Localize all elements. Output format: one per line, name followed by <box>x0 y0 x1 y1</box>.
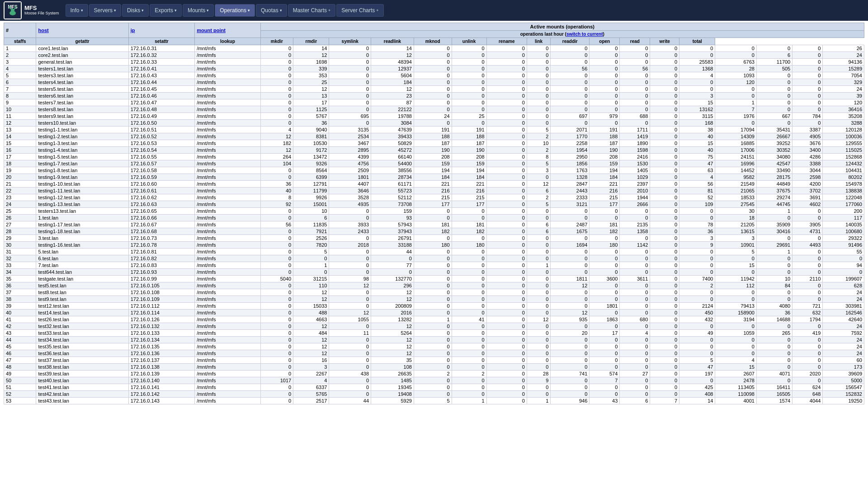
table-wrapper: # host ip mount point Active mounts (ope… <box>4 23 864 404</box>
cell-value: 35431 <box>756 127 792 133</box>
cell-mount: /mnt/mfs <box>195 194 260 201</box>
cell-host: test26.test.lan <box>36 316 128 323</box>
table-row: 15testing1-3.test.lan172.16.0.53/mnt/mfs… <box>4 140 864 147</box>
nav-master-charts[interactable]: Master Charts + <box>288 4 336 17</box>
cell-value: 0 <box>414 330 452 337</box>
ip-sort-link[interactable]: ip <box>131 28 135 33</box>
cell-value: 0 <box>486 106 527 113</box>
cell-value: 0 <box>756 337 792 343</box>
cell-value: 0 <box>679 323 715 330</box>
cell-value: 3115 <box>679 113 715 120</box>
cell-value: 19408 <box>371 391 414 398</box>
cell-value: 16885 <box>715 140 757 147</box>
cell-value: 24 <box>823 86 864 93</box>
cell-value: 0 <box>756 86 792 93</box>
cell-value: 3600 <box>590 276 620 282</box>
host-sort-link[interactable]: host <box>38 28 48 33</box>
cell-mount: /mnt/mfs <box>195 316 260 323</box>
switch-to-current-link[interactable]: switch to current <box>566 32 603 37</box>
cell-value: 2509 <box>329 167 371 174</box>
cell-value: 208 <box>452 154 486 160</box>
table-row: 9testers7.test.lan172.16.0.47/mnt/mfs017… <box>4 99 864 106</box>
cell-value: 6337 <box>293 384 329 391</box>
cell-value: 120 <box>823 99 864 106</box>
cell-ip: 172.16.0.132 <box>128 323 195 330</box>
cell-host: testing1-11.test.lan <box>36 188 128 194</box>
table-row: 293.test.lan172.16.0.73/mnt/mfs025260267… <box>4 235 864 242</box>
cell-value: 9172 <box>293 147 329 154</box>
nav-servers[interactable]: Servers ▾ <box>89 4 121 17</box>
cell-value: 0 <box>486 242 527 249</box>
cell-value: 3528 <box>329 194 371 201</box>
cell-value: 6 <box>527 228 551 235</box>
cell-ip: 172.16.0.53 <box>128 140 195 147</box>
cell-value: 0 <box>823 269 864 276</box>
nav-quotas[interactable]: Quotas ▾ <box>256 4 287 17</box>
nav-disks[interactable]: Disks ▾ <box>122 4 149 17</box>
cell-value: 0 <box>527 330 551 337</box>
cell-value: 100036 <box>823 133 864 140</box>
cell-num: 18 <box>4 160 36 167</box>
cell-value: 0 <box>452 357 486 364</box>
table-row: 47test37.test.lan172.16.0.137/mnt/mfs016… <box>4 357 864 364</box>
cell-value: 0 <box>650 249 679 255</box>
cell-ip: 172.16.0.48 <box>128 106 195 113</box>
cell-num: 29 <box>4 235 36 242</box>
cell-value: 35909 <box>756 221 792 228</box>
table-row: 326.test.lan172.16.0.82/mnt/mfs000000000… <box>4 255 864 262</box>
cell-value: 98 <box>329 276 371 282</box>
cell-mount: /mnt/mfs <box>195 384 260 391</box>
cell-value: 0 <box>414 86 452 93</box>
cell-value: 0 <box>590 99 620 106</box>
cell-ip: 172.16.0.137 <box>128 357 195 364</box>
cell-value: 4071 <box>756 371 792 377</box>
nav-exports[interactable]: Exports ▾ <box>150 4 182 17</box>
nav-info[interactable]: Info ▾ <box>66 4 88 17</box>
cell-value: 667 <box>756 113 792 120</box>
table-row: 21testing1-10.test.lan172.16.0.60/mnt/mf… <box>4 181 864 188</box>
nav-mounts[interactable]: Mounts ▾ <box>183 4 214 17</box>
cell-value: 3691 <box>793 194 823 201</box>
cell-value: 221 <box>414 181 452 188</box>
cell-mount: /mnt/mfs <box>195 357 260 364</box>
table-row: 5testers3.test.lan172.16.0.43/mnt/mfs035… <box>4 72 864 79</box>
nav-server-charts[interactable]: Server Charts + <box>336 4 383 17</box>
cell-host: testers4.test.lan <box>36 79 128 86</box>
cell-value: 12 <box>371 337 414 343</box>
mount-sort-link[interactable]: mount point <box>197 28 226 33</box>
table-row: 25testers13.test.lan172.16.0.65/mnt/mfs0… <box>4 208 864 215</box>
cell-value: 0 <box>260 174 293 181</box>
cell-value: 1863 <box>590 316 620 323</box>
cell-mount: /mnt/mfs <box>195 120 260 127</box>
nav-operations[interactable]: Operations ▾ <box>215 4 255 17</box>
cell-value: 159 <box>371 208 414 215</box>
cell-value: 0 <box>793 72 823 79</box>
cell-value: 0 <box>486 79 527 86</box>
cell-value: 39252 <box>756 140 792 147</box>
cell-value: 7054 <box>823 72 864 79</box>
cell-value: 0 <box>551 350 590 357</box>
cell-value: 2478 <box>715 377 757 384</box>
cell-value: 2010 <box>620 188 650 194</box>
cell-value: 9 <box>527 377 551 384</box>
cell-value: 0 <box>527 296 551 303</box>
cell-value: 0 <box>551 303 590 310</box>
cell-value: 7400 <box>679 276 715 282</box>
cell-value: 0 <box>527 323 551 330</box>
cell-value: 12 <box>293 350 329 357</box>
cell-value: 0 <box>486 371 527 377</box>
cell-value: 0 <box>679 289 715 296</box>
cell-value: 154978 <box>823 181 864 188</box>
cell-value: 25 <box>452 113 486 120</box>
cell-value: 2333 <box>551 194 590 201</box>
cell-value: 187 <box>590 140 620 147</box>
cell-value: 0 <box>793 364 823 371</box>
cell-value: 12 <box>551 282 590 289</box>
cell-value: 200 <box>823 208 864 215</box>
cell-value: 14 <box>371 45 414 52</box>
cell-mount: /mnt/mfs <box>195 391 260 398</box>
cell-mount: /mnt/mfs <box>195 113 260 120</box>
table-row: 16testing1-4.test.lan172.16.0.54/mnt/mfs… <box>4 147 864 154</box>
cell-value: 94136 <box>823 59 864 66</box>
cell-value: 0 <box>590 337 620 343</box>
